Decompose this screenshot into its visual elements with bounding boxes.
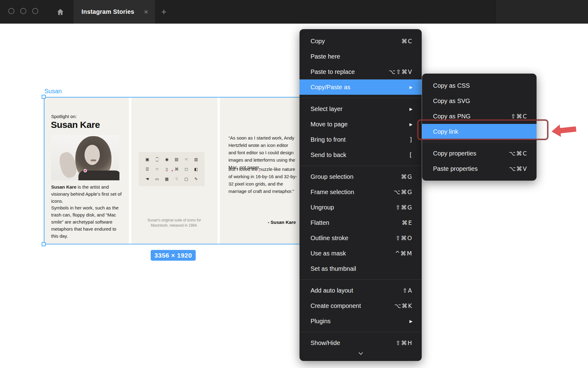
menu-item-shortcut: ] — [410, 136, 413, 143]
menu-item-shortcut: ⌘G — [401, 173, 413, 180]
menu-item-add-auto-layout[interactable]: Add auto layout⇧A — [300, 283, 422, 298]
collaborator-cursor-dot — [84, 169, 87, 172]
menu-item-copy-properties[interactable]: Copy properties⌥⌘C — [422, 146, 537, 161]
dark-book-icon: ◧ — [194, 167, 198, 171]
submenu-arrow-icon: ▶ — [409, 319, 413, 324]
menu-item-label: Copy properties — [433, 150, 509, 157]
menu-item-label: Flatten — [311, 219, 402, 226]
story-card-icons[interactable]: ▣⌚◉▤☜▥☰☞▯⌘◻◧☚▭▦☟▢✎ Susan's original suit… — [131, 97, 217, 244]
menu-item-paste-to-replace[interactable]: Paste to replace⌥⇧⌘V — [300, 64, 422, 79]
windows-stack-icon: ▦ — [165, 177, 168, 181]
window-control-circle[interactable] — [8, 8, 14, 14]
menu-item-label: Add auto layout — [311, 287, 402, 294]
menu-item-copy-as-png[interactable]: Copy as PNG⇧⌘C — [422, 109, 537, 124]
menu-item-frame-selection[interactable]: Frame selection⌥⌘G — [300, 184, 422, 200]
new-tab-button[interactable]: + — [157, 0, 171, 24]
menu-item-flatten[interactable]: Flatten⌘E — [300, 215, 422, 230]
menu-item-label: Copy — [311, 38, 401, 45]
menu-item-label: Outline stroke — [311, 235, 395, 242]
menu-divider — [300, 166, 422, 166]
story-card-quote[interactable]: “As soon as I started work, Andy Hertzfe… — [220, 97, 305, 244]
menu-item-ungroup[interactable]: Ungroup⇧⌘G — [300, 200, 422, 215]
collaborator-cursor-dot — [171, 169, 174, 172]
menu-item-label: Paste here — [311, 53, 413, 60]
window-icon: ◻ — [185, 167, 188, 171]
window-controls[interactable] — [8, 8, 38, 14]
briefcase-icon: ▤ — [175, 157, 178, 161]
card-eyebrow: Spotlight on: — [51, 114, 77, 119]
window-control-circle[interactable] — [20, 8, 26, 14]
submenu-arrow-icon: ▶ — [409, 122, 413, 127]
page-icon: ▢ — [184, 177, 188, 181]
menu-item-shortcut: ⌥⇧⌘V — [389, 68, 413, 75]
menu-item-shortcut: ⇧⌘O — [395, 235, 413, 241]
menu-item-set-as-thumbnail[interactable]: Set as thumbnail — [300, 261, 422, 276]
quote-paragraph: But I loved the puzzle-like nature of wo… — [228, 166, 297, 195]
menu-item-copy-link[interactable]: Copy link — [422, 124, 537, 139]
window-control-circle[interactable] — [32, 8, 38, 14]
menu-item-label: Ungroup — [311, 204, 395, 211]
home-button[interactable] — [54, 6, 67, 18]
menu-item-copy-as-css[interactable]: Copy as CSS — [422, 78, 537, 93]
trash-can-icon: ▯ — [166, 167, 168, 171]
menu-item-paste-properties[interactable]: Paste properties⌥⌘V — [422, 161, 537, 176]
menu-item-copy-paste-as[interactable]: Copy/Paste as▶ — [300, 79, 422, 95]
tab-title: Instagram Stories — [81, 8, 143, 15]
bomb-icon: ◉ — [165, 157, 168, 161]
menu-item-use-as-mask[interactable]: Use as mask^⌘M — [300, 246, 422, 261]
menu-item-shortcut: ⇧A — [402, 287, 413, 294]
menu-divider — [422, 142, 537, 143]
command-key-icon: ⌘ — [175, 167, 179, 171]
menu-item-plugins[interactable]: Plugins▶ — [300, 313, 422, 329]
topbar-right-section — [496, 0, 588, 24]
menu-item-label: Select layer — [311, 105, 409, 113]
menu-item-copy-as-svg[interactable]: Copy as SVG — [422, 93, 537, 109]
menu-item-label: Copy link — [433, 128, 527, 135]
menu-item-shortcut: ⌘E — [402, 219, 413, 226]
menu-item-select-layer[interactable]: Select layer▶ — [300, 101, 422, 117]
menu-item-label: Paste to replace — [311, 68, 389, 75]
pencil-icon: ✎ — [194, 177, 198, 181]
menu-item-label: Paste properties — [433, 165, 509, 172]
menu-item-copy[interactable]: Copy⌘C — [300, 33, 422, 49]
menu-item-outline-stroke[interactable]: Outline stroke⇧⌘O — [300, 230, 422, 246]
submenu-arrow-icon: ▶ — [409, 107, 413, 111]
menu-divider — [300, 98, 422, 98]
menu-item-show-hide[interactable]: Show/Hide⇧⌘H — [300, 335, 422, 351]
menu-item-send-to-back[interactable]: Send to back[ — [300, 147, 422, 163]
menu-item-group-selection[interactable]: Group selection⌘G — [300, 169, 422, 184]
menu-item-label: Show/Hide — [311, 339, 396, 347]
tab-close-icon[interactable]: × — [143, 8, 149, 16]
menu-item-label: Copy as SVG — [433, 98, 527, 105]
menu-item-shortcut: ⇧⌘H — [396, 339, 413, 346]
selection-handle-top-left[interactable] — [42, 95, 46, 99]
mac-classic-icon: ▣ — [145, 157, 149, 161]
menu-item-label: Move to page — [311, 121, 409, 128]
menu-divider — [300, 332, 422, 332]
menu-item-paste-here[interactable]: Paste here — [300, 49, 422, 64]
icon-grid-caption: Susan's original suite of icons for Maci… — [145, 218, 203, 228]
menu-item-shortcut: [ — [410, 151, 413, 158]
menu-item-move-to-page[interactable]: Move to page▶ — [300, 117, 422, 132]
top-bar: Instagram Stories × + — [0, 0, 588, 24]
document-icon: ▭ — [155, 177, 159, 181]
menu-item-label: Copy as CSS — [433, 82, 527, 89]
menu-item-label: Frame selection — [311, 189, 394, 196]
hand-back-icon: ☚ — [145, 177, 149, 181]
tab-instagram-stories[interactable]: Instagram Stories × — [74, 0, 155, 24]
menu-item-shortcut: ⌥⌘G — [394, 189, 413, 195]
context-menu: Copy⌘CPaste herePaste to replace⌥⇧⌘VCopy… — [300, 29, 422, 361]
hand-down-icon: ☟ — [175, 177, 178, 181]
menu-item-label: Send to back — [311, 151, 410, 159]
menu-item-shortcut: ⇧⌘C — [511, 113, 527, 120]
frame-label[interactable]: Susan — [44, 88, 62, 95]
menu-more-chevron[interactable] — [300, 351, 422, 359]
annotation-arrow-icon — [548, 119, 579, 141]
menu-item-label: Copy/Paste as — [311, 84, 409, 91]
menu-item-create-component[interactable]: Create component⌥⌘K — [300, 298, 422, 313]
collaborator-cursor-dot — [258, 170, 261, 172]
selection-handle-bottom-left[interactable] — [42, 242, 46, 246]
hand-left-icon: ☜ — [184, 157, 188, 161]
menu-item-bring-to-front[interactable]: Bring to front] — [300, 132, 422, 147]
menu-divider — [300, 279, 422, 280]
